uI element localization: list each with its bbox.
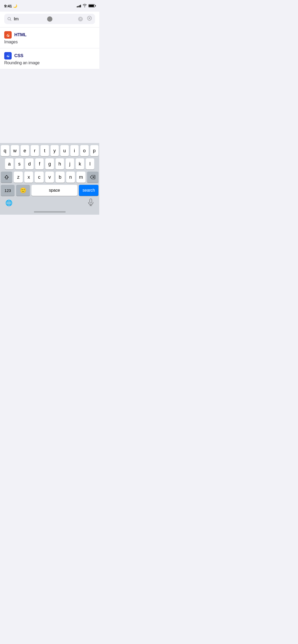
search-bar[interactable]: Im ✕: [4, 14, 95, 24]
key-n[interactable]: n: [66, 172, 75, 183]
key-x[interactable]: x: [24, 172, 33, 183]
status-time: 9:41: [4, 4, 12, 8]
key-i[interactable]: i: [70, 145, 79, 156]
home-bar: [34, 211, 66, 213]
keyboard-row-1: q w e r t y u i o p: [1, 145, 98, 156]
key-d[interactable]: d: [25, 158, 34, 169]
cancel-button[interactable]: [85, 16, 92, 22]
key-s[interactable]: s: [15, 158, 24, 169]
globe-icon[interactable]: 🌐: [5, 200, 12, 206]
key-j[interactable]: j: [66, 158, 74, 169]
status-icons: [77, 4, 95, 8]
microphone-icon[interactable]: [88, 199, 94, 208]
wifi-icon: [83, 4, 87, 8]
key-k[interactable]: k: [76, 158, 84, 169]
svg-line-1: [10, 20, 11, 21]
key-h[interactable]: h: [56, 158, 64, 169]
text-cursor: [47, 16, 52, 22]
key-a[interactable]: a: [5, 158, 13, 169]
empty-results-space: [0, 69, 99, 149]
key-z[interactable]: z: [14, 172, 22, 183]
key-m[interactable]: m: [76, 172, 85, 183]
shift-key[interactable]: [1, 172, 12, 183]
space-key[interactable]: space: [31, 185, 77, 196]
moon-icon: 🌙: [13, 4, 17, 8]
keyboard-row-4: 123 🙂 space search: [1, 185, 98, 196]
key-c[interactable]: c: [35, 172, 43, 183]
key-f[interactable]: f: [35, 158, 44, 169]
key-l[interactable]: l: [86, 158, 94, 169]
search-input[interactable]: Im: [14, 16, 76, 22]
delete-key[interactable]: [87, 172, 98, 183]
home-indicator: [0, 210, 99, 215]
css-subcategory-label: Rounding an image: [4, 61, 95, 65]
signal-bars-icon: [77, 4, 81, 7]
key-r[interactable]: r: [31, 145, 39, 156]
key-o[interactable]: o: [80, 145, 89, 156]
search-key[interactable]: search: [79, 185, 98, 196]
keyboard-row-3: z x c v b n m: [1, 172, 98, 183]
keyboard: q w e r t y u i o p a s d f g h j k l: [0, 143, 99, 215]
html-category-label: HTML: [14, 32, 26, 38]
keyboard-row-2: a s d f g h j k l: [1, 158, 98, 169]
key-g[interactable]: g: [45, 158, 54, 169]
key-t[interactable]: t: [40, 145, 49, 156]
clear-button[interactable]: ✕: [78, 17, 83, 21]
status-bar: 9:41 🌙: [0, 0, 99, 12]
css-badge-icon: [4, 52, 12, 59]
search-bar-container: Im ✕: [0, 12, 99, 27]
key-v[interactable]: v: [45, 172, 54, 183]
html-badge-icon: [4, 31, 12, 39]
html-subcategory-label: Images: [4, 40, 95, 44]
emoji-key[interactable]: 🙂: [16, 185, 30, 196]
css-category-label: CSS: [14, 53, 23, 58]
key-b[interactable]: b: [56, 172, 64, 183]
key-e[interactable]: e: [21, 145, 29, 156]
numbers-key[interactable]: 123: [1, 185, 15, 196]
search-icon: [7, 17, 12, 21]
svg-rect-7: [90, 199, 92, 203]
key-p[interactable]: p: [90, 145, 99, 156]
keyboard-bottom: 🌐: [0, 197, 99, 210]
key-w[interactable]: w: [11, 145, 19, 156]
results-container: HTML Images CSS Rounding an image: [0, 27, 99, 69]
result-item-html[interactable]: HTML Images: [0, 27, 99, 48]
keyboard-rows: q w e r t y u i o p a s d f g h j k l: [0, 143, 99, 197]
key-q[interactable]: q: [1, 145, 9, 156]
battery-icon: [88, 4, 95, 7]
key-u[interactable]: u: [60, 145, 69, 156]
key-y[interactable]: y: [51, 145, 59, 156]
result-item-css[interactable]: CSS Rounding an image: [0, 48, 99, 69]
